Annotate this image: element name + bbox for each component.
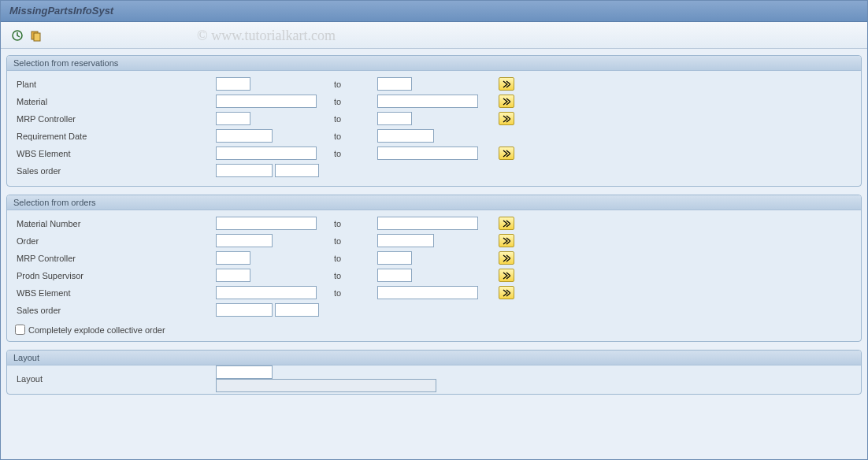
label-prodn: Prodn Supervisor [15, 271, 216, 280]
arrow-right-icon [503, 220, 510, 228]
matnum-multi-button[interactable] [499, 217, 514, 230]
content-area: Selection from reservations Plant to Mat… [0, 49, 868, 460]
arrow-right-icon [503, 237, 510, 245]
matnum-from-input[interactable] [216, 217, 317, 230]
to-label: to [334, 97, 377, 106]
group-reservations: Selection from reservations Plant to Mat… [6, 55, 862, 187]
label-mrp: MRP Controller [15, 114, 216, 124]
plant-to-input[interactable] [377, 77, 412, 91]
to-label: to [334, 80, 377, 89]
to-label: to [334, 288, 377, 298]
variant-button[interactable] [28, 28, 44, 43]
to-label: to [334, 271, 377, 280]
to-label: to [334, 149, 377, 158]
label-layout: Layout [15, 374, 216, 384]
salesorder2-input1[interactable] [216, 303, 273, 317]
to-label: to [334, 219, 377, 228]
label-wbs: WBS Element [15, 149, 216, 158]
group-orders-title: Selection from orders [7, 195, 861, 210]
wbs2-multi-button[interactable] [499, 286, 514, 299]
matnum-to-input[interactable] [377, 217, 478, 230]
label-mrp2: MRP Controller [15, 254, 216, 263]
salesorder-input2[interactable] [275, 164, 319, 177]
arrow-right-icon [503, 272, 510, 280]
wbs-from-input[interactable] [216, 147, 317, 160]
mrp2-to-input[interactable] [377, 251, 412, 265]
label-order: Order [15, 236, 216, 246]
label-wbs2: WBS Element [15, 288, 216, 298]
titlebar: MissingPartsInfoSyst [0, 0, 868, 22]
wbs-to-input[interactable] [377, 147, 478, 160]
plant-multi-button[interactable] [499, 77, 514, 91]
arrow-right-icon [503, 80, 510, 88]
prodn-from-input[interactable] [216, 269, 250, 282]
to-label: to [334, 236, 377, 246]
arrow-right-icon [503, 289, 510, 297]
to-label: to [334, 254, 377, 263]
group-orders: Selection from orders Material Number to… [6, 195, 862, 342]
arrow-right-icon [503, 254, 510, 262]
arrow-right-icon [503, 150, 510, 158]
label-salesorder: Sales order [15, 166, 216, 176]
label-reqdate: Requirement Date [15, 132, 216, 141]
svg-rect-2 [34, 33, 40, 41]
order-from-input[interactable] [216, 234, 273, 247]
group-reservations-title: Selection from reservations [7, 56, 861, 71]
page-title: MissingPartsInfoSyst [9, 5, 113, 17]
clock-execute-icon [11, 29, 24, 42]
plant-from-input[interactable] [216, 77, 250, 91]
material-multi-button[interactable] [499, 95, 514, 108]
mrp-multi-button[interactable] [499, 112, 514, 125]
mrp-to-input[interactable] [377, 112, 412, 125]
mrp2-multi-button[interactable] [499, 251, 514, 265]
label-material: Material [15, 97, 216, 106]
to-label: to [334, 132, 377, 141]
variant-icon [30, 29, 43, 42]
reqdate-from-input[interactable] [216, 129, 273, 143]
group-layout: Layout Layout [6, 350, 862, 395]
wbs-multi-button[interactable] [499, 147, 514, 160]
toolbar [0, 22, 868, 49]
to-label: to [334, 114, 377, 124]
prodn-multi-button[interactable] [499, 269, 514, 282]
label-matnum: Material Number [15, 219, 216, 228]
explode-label: Completely explode collective order [28, 325, 165, 335]
layout-input[interactable] [216, 365, 273, 379]
order-multi-button[interactable] [499, 234, 514, 247]
layout-desc-input [216, 379, 436, 392]
label-plant: Plant [15, 80, 216, 89]
material-from-input[interactable] [216, 95, 317, 108]
mrp2-from-input[interactable] [216, 251, 250, 265]
prodn-to-input[interactable] [377, 269, 412, 282]
explode-checkbox[interactable] [15, 325, 25, 335]
wbs2-from-input[interactable] [216, 286, 317, 299]
material-to-input[interactable] [377, 95, 478, 108]
salesorder2-input2[interactable] [275, 303, 319, 317]
reqdate-to-input[interactable] [377, 129, 434, 143]
wbs2-to-input[interactable] [377, 286, 478, 299]
order-to-input[interactable] [377, 234, 434, 247]
mrp-from-input[interactable] [216, 112, 250, 125]
execute-button[interactable] [9, 28, 25, 43]
arrow-right-icon [503, 115, 510, 123]
arrow-right-icon [503, 98, 510, 106]
group-layout-title: Layout [7, 351, 861, 365]
label-salesorder2: Sales order [15, 306, 216, 315]
salesorder-input1[interactable] [216, 164, 273, 177]
